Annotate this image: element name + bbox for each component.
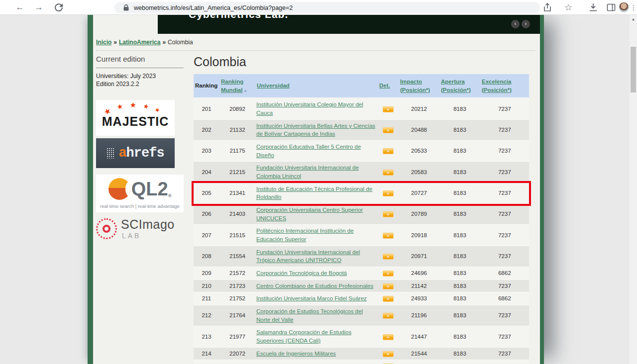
cell-excelencia: 7237: [480, 348, 529, 361]
detail-button[interactable]: »: [383, 106, 394, 112]
scrollbar-thumb[interactable]: [631, 47, 636, 92]
cell-apertura: 8183: [439, 204, 480, 225]
ql2-logo[interactable]: QL2® real-time search | real-time advant…: [96, 175, 184, 212]
university-link[interactable]: Institución Universitaria Colegio Mayor …: [256, 101, 363, 116]
university-link[interactable]: Corporación Tecnológica de Bogotá: [256, 270, 347, 276]
detail-button[interactable]: »: [383, 254, 394, 260]
cell-universidad: Centro Colombiano de Estudios Profesiona…: [255, 280, 378, 293]
detail-button[interactable]: »: [383, 334, 394, 340]
university-link[interactable]: Institución Universitaria Marco Fidel Su…: [256, 295, 367, 301]
cell-apertura: 8183: [439, 98, 480, 119]
cell-apertura: 8183: [439, 305, 480, 326]
table-row: 20721515Politécnico Internacional Instit…: [194, 225, 529, 246]
ranking-table-body: 20120892Institución Universitaria Colegi…: [194, 98, 529, 364]
table-row: 21021723Centro Colombiano de Estudios Pr…: [194, 280, 529, 293]
detail-button[interactable]: »: [383, 148, 394, 154]
column-header[interactable]: Impacto (Posición*): [399, 74, 439, 98]
breadcrumb-item[interactable]: LatinoAmerica: [119, 39, 160, 46]
share-button[interactable]: [541, 1, 553, 13]
detail-button[interactable]: »: [383, 313, 394, 319]
column-header[interactable]: Det.: [378, 74, 399, 98]
reload-button[interactable]: [53, 1, 65, 13]
table-row: 21522230Universitaria Virtual Internacio…: [194, 360, 529, 364]
cell-ranking: 206: [194, 204, 219, 225]
university-link[interactable]: Politécnico Internacional Institución de…: [256, 228, 354, 242]
cell-excelencia: 7237: [480, 305, 529, 326]
cell-universidad: Institución Universitaria Colegio Mayor …: [255, 98, 378, 119]
scrollbar-up-arrow[interactable]: ▲: [630, 16, 637, 23]
bookmark-star-button[interactable]: ☆: [562, 1, 574, 13]
detail-button[interactable]: »: [383, 190, 394, 196]
cell-impacto: 21196: [399, 305, 439, 326]
column-header[interactable]: Ranking Mundial▲: [219, 74, 255, 98]
university-link[interactable]: Fundación Universitaria Internacional de…: [256, 249, 360, 264]
banner-prev-button[interactable]: ‹: [511, 20, 520, 28]
university-link[interactable]: Corporación Educativa Taller 5 Centro de…: [256, 144, 361, 158]
university-link[interactable]: Corporación de Estudios Tecnológicos del…: [256, 308, 363, 323]
detail-button[interactable]: »: [383, 351, 394, 357]
ahrefs-logo[interactable]: ahrefs: [96, 138, 175, 168]
cell-impacto: 20918: [399, 225, 439, 246]
detail-button[interactable]: »: [383, 271, 394, 276]
main-content: Colombia RankingRanking Mundial▲Universi…: [194, 55, 530, 364]
university-link[interactable]: Institución Universitaria Bellas Artes y…: [256, 123, 375, 137]
university-link[interactable]: Salamandra Corporación de Estudios Super…: [256, 329, 351, 344]
banner-next-button[interactable]: ›: [522, 20, 530, 28]
cell-det: »: [378, 280, 399, 293]
cell-ranking: 210: [194, 280, 219, 293]
cell-universidad: Corporación Educativa Taller 5 Centro de…: [255, 141, 378, 162]
sort-arrow-icon: ▲: [243, 88, 247, 94]
cell-impacto: 24933: [399, 292, 439, 305]
back-button[interactable]: ←: [14, 1, 26, 13]
cell-ranking-mundial: 22230: [219, 360, 255, 364]
detail-button[interactable]: »: [383, 211, 394, 217]
detail-button[interactable]: »: [383, 170, 394, 176]
cell-ranking: 215: [194, 360, 219, 364]
cell-det: »: [378, 292, 399, 305]
page-scrollbar[interactable]: ▲: [630, 15, 637, 364]
detail-button[interactable]: »: [383, 296, 394, 302]
url-bar[interactable]: webometrics.info/es/Latin_America_es/Col…: [114, 2, 540, 13]
cell-impacto: 20583: [399, 162, 439, 182]
university-link[interactable]: Fundación Universitaria Internacional de…: [256, 165, 359, 179]
cell-apertura: 8183: [439, 348, 480, 361]
cell-ranking: 214: [194, 348, 219, 361]
cell-universidad: Institución Universitaria Marco Fidel Su…: [255, 292, 378, 305]
scimago-sunburst-icon: [96, 218, 117, 239]
scimago-logo[interactable]: SCImago LAB: [96, 217, 191, 240]
breadcrumb-item[interactable]: Inicio: [96, 39, 111, 46]
university-link[interactable]: Escuela de Ingenieros Militares: [256, 351, 336, 357]
ql2-tagline: real-time search | real-time advantage: [96, 203, 184, 209]
browser-menu-button[interactable]: ⋮: [630, 1, 637, 13]
side-panel-button[interactable]: [605, 1, 617, 13]
cell-det: »: [378, 348, 399, 361]
cell-impacto: 21712: [399, 360, 439, 364]
download-icon: [587, 1, 599, 13]
side-panel-icon: [605, 1, 617, 13]
table-row: 20921572Corporación Tecnológica de Bogot…: [194, 267, 529, 280]
cell-ranking-mundial: 20892: [219, 98, 255, 119]
cell-universidad: Institución Universitaria Bellas Artes y…: [255, 120, 378, 141]
cell-excelencia: 7237: [480, 204, 529, 225]
forward-button[interactable]: →: [33, 1, 45, 13]
cell-apertura: 8183: [439, 267, 480, 280]
column-header[interactable]: Universidad: [255, 74, 378, 98]
cell-excelencia: 7237: [480, 98, 529, 119]
profile-avatar[interactable]: [619, 2, 629, 12]
cell-ranking: 202: [194, 120, 219, 141]
university-link[interactable]: Centro Colombiano de Estudios Profesiona…: [256, 283, 373, 289]
university-link[interactable]: Instituto de Educación Técnica Profesion…: [256, 186, 372, 200]
breadcrumb-divider: [96, 50, 535, 51]
detail-button[interactable]: »: [383, 233, 394, 239]
detail-button[interactable]: »: [383, 283, 394, 289]
sidebar: Current edition Universities: July 2023 …: [96, 55, 191, 364]
detail-button[interactable]: »: [383, 127, 394, 133]
university-link[interactable]: Corporación Universitaria Centro Superio…: [256, 207, 363, 221]
cell-universidad: Universitaria Virtual Internacional: [255, 360, 378, 364]
column-header[interactable]: Apertura (Posición*): [439, 74, 480, 98]
banner-clipped-text: Cybermetrics Lab.: [189, 15, 288, 20]
breadcrumb-separator: »: [113, 39, 117, 46]
majestic-logo[interactable]: ★ ★ ★ ★ ★ MAJESTIC: [96, 100, 175, 136]
download-button[interactable]: [587, 1, 599, 13]
column-header[interactable]: Excelencia (Posición*): [480, 74, 529, 98]
